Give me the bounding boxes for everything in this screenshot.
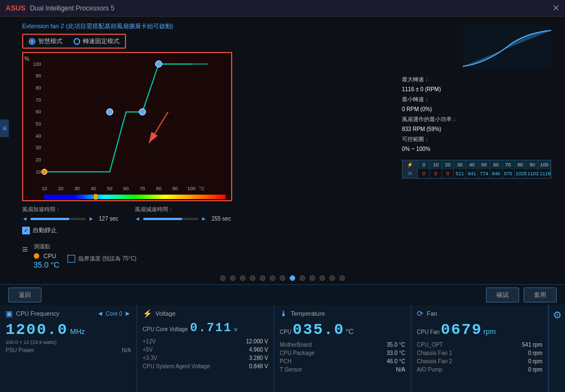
- fan-icon: ⟳: [402, 169, 418, 178]
- sidebar-toggle[interactable]: ≡: [0, 119, 9, 137]
- chassis1-fan-row: Chassis Fan 1 0 rpm: [417, 349, 542, 357]
- list-icon: ≡: [22, 244, 28, 255]
- gear-icon[interactable]: ⚙: [553, 309, 562, 321]
- close-button[interactable]: ✕: [552, 3, 559, 13]
- psu-value: N/A: [122, 347, 131, 353]
- svg-text:50: 50: [107, 186, 113, 191]
- rpm-50: 774: [478, 169, 490, 178]
- pct-50: 50: [478, 160, 490, 169]
- svg-text:80: 80: [35, 85, 41, 91]
- voltage-33v-label: +3.3V: [143, 355, 157, 361]
- cpu-temp-label: CPU: [280, 329, 291, 335]
- threshold-checkbox[interactable]: [67, 255, 75, 263]
- cpu-opt-value: 541 rpm: [522, 342, 542, 348]
- cpu-freq-value: 1200.0: [6, 321, 68, 338]
- page-dot-12[interactable]: [329, 275, 335, 281]
- decel-left-arrow[interactable]: ◄: [135, 216, 140, 222]
- cpu-fan-label: CPU Fan: [417, 329, 440, 335]
- pct-30: 30: [454, 160, 466, 169]
- decel-right-arrow[interactable]: ►: [201, 216, 207, 222]
- fixed-mode-label: 轉速固定模式: [83, 37, 119, 45]
- cpu-freq-label: CPU Frequency: [16, 310, 59, 317]
- chassis1-fan-label: Chassis Fan 1: [417, 350, 452, 356]
- chassis2-fan-row: Chassis Fan 2 0 rpm: [417, 357, 542, 365]
- smart-mode-option[interactable]: 智慧模式: [29, 37, 62, 45]
- pct-100: 100: [538, 160, 551, 169]
- chart-y-axis-label: %: [24, 56, 29, 62]
- svg-text:90: 90: [35, 73, 41, 79]
- settings-panel: ⚙: [548, 305, 565, 392]
- pct-40: 40: [466, 160, 478, 169]
- page-dot-7[interactable]: [280, 275, 285, 281]
- cpu-freq-header: ▣ CPU Frequency ◄ Core 0 ►: [6, 309, 131, 318]
- voltage-label: Voltage: [155, 310, 176, 317]
- chassis2-fan-value: 0 rpm: [528, 358, 542, 364]
- temp-gradient: [44, 195, 226, 199]
- auto-stop-checkbox[interactable]: ✓: [22, 227, 30, 234]
- svg-rect-0: [24, 53, 231, 200]
- svg-text:60: 60: [35, 109, 41, 114]
- accel-slider[interactable]: [30, 218, 86, 220]
- fan-curve-chart[interactable]: %: [22, 52, 232, 201]
- page-dot-2[interactable]: [230, 275, 236, 281]
- right-panel: 最大轉速： 1116 ± 0 (RPM) 最小轉速： 0 RPM (0%) 風扇…: [396, 22, 557, 234]
- cpu-fan-value: 0679: [441, 321, 482, 338]
- psu-label: PSU Power: [6, 347, 34, 353]
- page-dot-3[interactable]: [240, 275, 245, 281]
- cpu-temp-unit: °C: [346, 327, 354, 336]
- temp-source-row: CPU: [34, 253, 60, 259]
- fan-title: Extension fan 2 (此項目需搭配基頻風扇擴展卡始可啟動): [22, 22, 396, 30]
- svg-text:40: 40: [35, 133, 41, 139]
- accel-right-arrow[interactable]: ►: [88, 216, 94, 222]
- fixed-mode-option[interactable]: 轉速固定模式: [74, 37, 119, 45]
- page-dot-13[interactable]: [339, 275, 345, 281]
- fan-curve-svg[interactable]: 10 20 30 40 50 60 70 80 90 100 10 20 30 …: [23, 53, 231, 200]
- page-dot-6[interactable]: [270, 275, 275, 281]
- voltage-33v-row: +3.3V 3.280 V: [143, 354, 268, 362]
- core-label: Core 0: [106, 311, 122, 317]
- svg-text:30: 30: [35, 145, 41, 150]
- page-dot-11[interactable]: [320, 275, 325, 281]
- svg-text:100: 100: [187, 186, 196, 191]
- svg-text:90: 90: [172, 186, 178, 191]
- decel-slider[interactable]: [143, 218, 198, 220]
- page-dot-9[interactable]: [300, 275, 305, 281]
- aio-pump-row: AIO Pump 0 rpm: [417, 365, 542, 374]
- accel-left-arrow[interactable]: ◄: [22, 216, 28, 222]
- cpu-freq-unit: MHz: [70, 327, 85, 336]
- smart-mode-radio[interactable]: [29, 38, 35, 45]
- auto-stop-label: 自動靜止: [33, 226, 57, 234]
- fan-controls: 風扇加速時間： ◄ ► 127 sec 風扇減速時間： ◄ ► 255 sec: [22, 206, 396, 222]
- page-dot-1[interactable]: [220, 275, 226, 281]
- confirm-button[interactable]: 確認: [486, 288, 519, 302]
- threshold-group: 臨界溫度 (預設為 75°C): [67, 255, 137, 263]
- fixed-mode-radio[interactable]: [74, 38, 80, 45]
- tsensor-temp-row: T Sensor N/A: [280, 365, 405, 374]
- core-next[interactable]: ►: [124, 310, 131, 317]
- back-button[interactable]: 返回: [8, 288, 41, 302]
- temp-point-group: ≡ 測溫點 CPU 35.0 °C: [22, 243, 59, 269]
- rpm-header-pct: ⚡ 0 10 20 30 40 50 60 70 80 90 100: [402, 160, 551, 169]
- voltage-5v-label: +5V: [143, 347, 153, 353]
- page-dot-5[interactable]: [260, 275, 265, 281]
- pct-20: 20: [442, 160, 454, 169]
- fan-preview-chart: [463, 25, 551, 69]
- fan-section: Extension fan 2 (此項目需搭配基頻風扇擴展卡始可啟動) 智慧模式…: [8, 22, 396, 234]
- cpu-opt-row: CPU_OPT 541 rpm: [417, 341, 542, 349]
- app-title: Dual Intelligent Processors 5: [30, 4, 552, 12]
- voltage-33v-value: 3.280 V: [249, 355, 268, 361]
- pct-10: 10: [430, 160, 442, 169]
- cpu-freq-display: 1200.0 MHz: [6, 321, 131, 338]
- page-dot-4[interactable]: [250, 275, 255, 281]
- core-prev[interactable]: ◄: [97, 310, 103, 317]
- chassis1-fan-value: 0 rpm: [528, 350, 542, 356]
- temp-header: 🌡 Temperature: [280, 309, 405, 318]
- measurement-section: ≡ 測溫點 CPU 35.0 °C 臨界溫度 (預設為 75°C): [0, 240, 565, 272]
- cpu-sa-voltage-row: CPU System Agent Voltage 0.848 V: [143, 362, 268, 370]
- cpu-pkg-temp-label: CPU Package: [280, 350, 315, 356]
- mb-temp-row: MotherBoard 35.0 °C: [280, 341, 405, 349]
- apply-button[interactable]: 套用: [524, 288, 557, 302]
- page-dot-8[interactable]: [290, 275, 295, 281]
- page-dot-10[interactable]: [310, 275, 315, 281]
- svg-text:20: 20: [35, 157, 41, 163]
